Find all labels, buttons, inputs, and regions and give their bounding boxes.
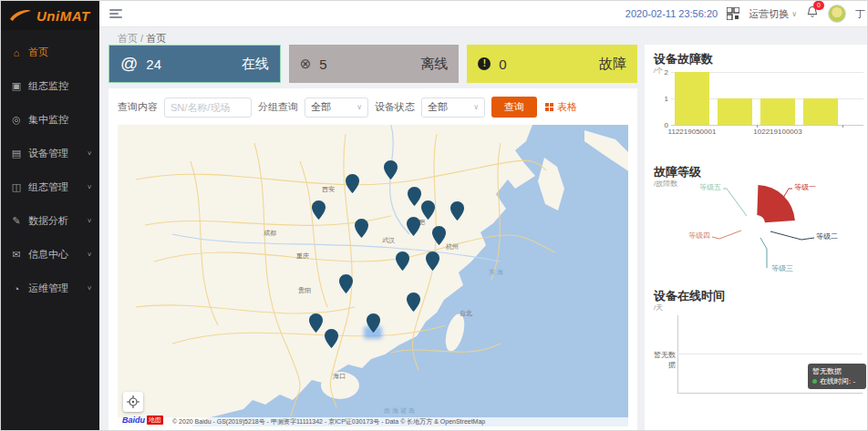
bar-x-label: 112219050001: [660, 128, 724, 136]
device-map-pin[interactable]: [396, 251, 409, 274]
fault-count-bar[interactable]: [803, 98, 838, 125]
message-center-icon: ✉: [11, 249, 22, 261]
sidebar-item-device-mgmt[interactable]: ▤ 设备管理 ∨: [1, 137, 99, 170]
sidebar-item-message-center[interactable]: ✉ 信息中心 ∨: [1, 238, 99, 272]
device-mgmt-icon: ▤: [11, 148, 22, 159]
chevron-down-icon: ∨: [87, 218, 92, 224]
status-label: 设备状态: [375, 100, 415, 114]
baidu-maps-logo: Baidu 地图: [122, 416, 163, 425]
map-panel: 查询内容 分组查询 全部 ∨ 设备状态 全部 ∨ 查询 表格: [108, 88, 637, 430]
hmi-mgmt-icon: ◫: [11, 181, 22, 193]
logo-text: UniMAT: [36, 8, 90, 24]
sidebar-item-ops-mgmt[interactable]: ◔ 运维管理 ∨: [1, 272, 99, 305]
charts-panel: 设备故障数 /个 故障等级 /故障数 等级一等级二等级三等级四等级五 设备在线时…: [645, 45, 867, 430]
map-base-layer: [118, 125, 628, 426]
pie-label-line: [783, 189, 792, 198]
device-map-pin[interactable]: [309, 313, 323, 336]
status-cards: @ 24 在线 ⊗ 5 离线 ! 0 故障: [108, 45, 637, 83]
crosshair-icon: [127, 395, 140, 408]
fault-count-bar[interactable]: [675, 72, 709, 125]
map-city-label: 杭州: [446, 242, 459, 251]
fault-count-bar[interactable]: [718, 98, 752, 125]
table-toggle-label: 表格: [557, 100, 577, 114]
device-map-pin[interactable]: [450, 201, 464, 224]
device-map-pin[interactable]: [367, 313, 380, 336]
device-map-pin[interactable]: [407, 217, 420, 240]
logo-swoosh-icon: [8, 7, 32, 24]
offline-card[interactable]: ⊗ 5 离线: [289, 45, 460, 83]
user-avatar[interactable]: [828, 5, 846, 23]
sidebar-item-label: 信息中心: [28, 248, 68, 262]
group-select[interactable]: 全部 ∨: [305, 97, 368, 118]
map-city-label: 贵阳: [298, 286, 311, 295]
menu-fold-icon[interactable]: [109, 9, 122, 20]
sidebar-item-label: 集中监控: [28, 113, 68, 127]
sidebar-item-home[interactable]: ⌂ 首页: [1, 36, 99, 69]
status-select[interactable]: 全部 ∨: [421, 97, 485, 118]
map-city-label: 西安: [322, 185, 335, 194]
bar-y-tick: 1: [650, 95, 668, 103]
table-view-toggle[interactable]: 表格: [545, 100, 577, 114]
datetime-label: 2020-02-11 23:56:20: [625, 8, 718, 19]
top-header: 2020-02-11 23:56:20 运营切换 ∨ 0: [99, 1, 867, 27]
map-city-label: 海口: [333, 372, 346, 381]
chevron-down-icon: ∨: [87, 285, 92, 292]
pie-label-line: [723, 189, 747, 216]
header-right: 2020-02-11 23:56:20 运营切换 ∨ 0: [625, 1, 867, 26]
bar-x-tickmark: [757, 125, 758, 128]
sidebar-item-hmi-monitor[interactable]: ▣ 组态监控: [1, 69, 99, 103]
device-map-pin[interactable]: [426, 251, 439, 274]
fault-count-bar[interactable]: [760, 98, 795, 125]
device-map-pin[interactable]: [384, 160, 398, 183]
filter-bar: 查询内容 分组查询 全部 ∨ 设备状态 全部 ∨ 查询 表格: [108, 88, 637, 118]
fault-label: 故障: [599, 56, 626, 73]
data-analysis-icon: ✎: [11, 215, 22, 227]
device-map-pin[interactable]: [432, 226, 446, 249]
pie-wedge-level-1[interactable]: [757, 185, 795, 222]
mode-switch-dropdown[interactable]: 运营切换 ∨: [749, 7, 797, 21]
app-logo: UniMAT: [1, 1, 99, 30]
bar-x-axis: [671, 125, 863, 126]
geolocate-control[interactable]: [123, 392, 143, 412]
search-label: 查询内容: [118, 100, 158, 114]
device-map-pin[interactable]: [407, 292, 420, 315]
circle-cross-icon: ⊗: [300, 56, 312, 72]
sidebar-item-hmi-mgmt[interactable]: ◫ 组态管理 ∨: [1, 170, 99, 204]
mode-switch-label: 运营切换: [749, 7, 789, 21]
group-select-value: 全部: [311, 100, 331, 114]
pie-label: 等级五: [699, 183, 721, 191]
sidebar-item-label: 设备管理: [28, 147, 68, 160]
device-map-pin[interactable]: [325, 329, 338, 352]
search-input[interactable]: [164, 97, 252, 118]
qr-code-icon[interactable]: [727, 7, 739, 20]
grid-icon: [545, 103, 553, 111]
tooltip-series-name: 在线时间: [820, 377, 849, 385]
sidebar-item-label: 组态监控: [28, 79, 68, 93]
fault-level-pie-chart[interactable]: 等级一等级二等级三等级四等级五: [645, 181, 868, 283]
device-map-pin[interactable]: [408, 187, 421, 210]
pie-label-line: [712, 231, 741, 239]
sidebar-item-data-analysis[interactable]: ✎ 数据分析 ∨: [1, 204, 99, 238]
online-card[interactable]: @ 24 在线: [108, 45, 281, 83]
chevron-down-icon: ∨: [87, 184, 92, 190]
pie-label-line: [770, 231, 814, 240]
hmi-monitor-icon: ▣: [11, 80, 22, 92]
online-time-x-axis: [677, 393, 863, 394]
device-map-pin[interactable]: [339, 274, 353, 297]
offline-count: 5: [319, 56, 326, 72]
sidebar: UniMAT ⌂ 首页 ▣ 组态监控 ◎ 集中监控 ▤ 设备管理 ∨ ◫ 组态: [1, 1, 99, 431]
map-attribution: © 2020 Baidu - GS(2019)5218号 - 甲测资字11111…: [118, 417, 628, 426]
device-map-pin[interactable]: [355, 219, 368, 241]
device-map-pin[interactable]: [346, 174, 359, 197]
sidebar-item-central-monitor[interactable]: ◎ 集中监控: [1, 103, 99, 137]
map[interactable]: 西安成都重庆武汉合肥杭州贵阳台北海口东海南海诸岛 Baidu 地图 © 2020…: [118, 125, 628, 426]
map-city-label: 武汉: [382, 236, 395, 245]
fault-card[interactable]: ! 0 故障: [467, 45, 637, 83]
at-icon: @: [120, 54, 138, 74]
device-map-pin[interactable]: [421, 200, 435, 223]
app-root: UniMAT ⌂ 首页 ▣ 组态监控 ◎ 集中监控 ▤ 设备管理 ∨ ◫ 组态: [0, 0, 868, 431]
device-map-pin[interactable]: [312, 200, 326, 223]
breadcrumb-root[interactable]: 首页: [118, 33, 138, 44]
notification-bell[interactable]: 0: [806, 5, 819, 23]
query-button[interactable]: 查询: [491, 97, 537, 118]
